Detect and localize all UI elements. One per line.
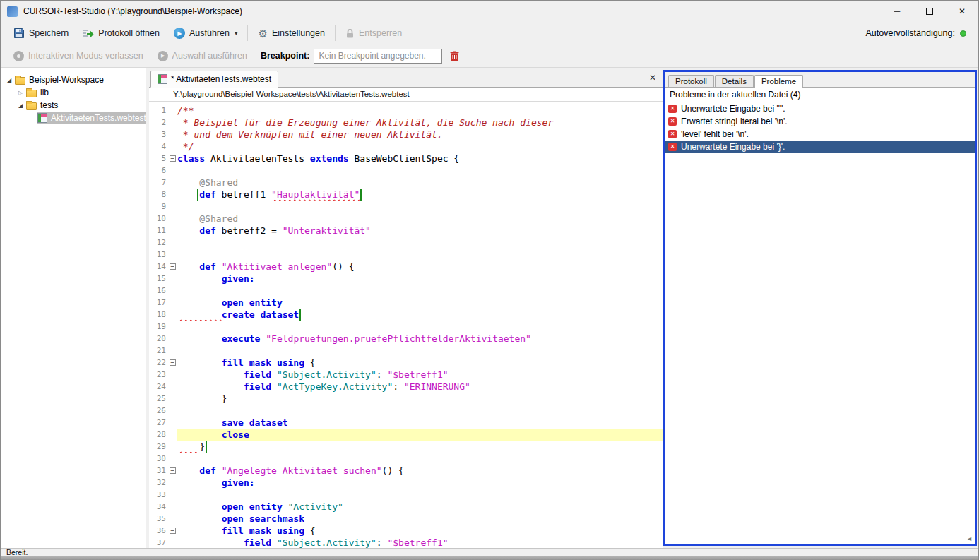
line-number: 31: [149, 465, 167, 477]
code-line-24[interactable]: 24 field "ActTypeKey.Activity": "ERINNER…: [149, 381, 663, 393]
editor-close-button[interactable]: ✕: [649, 73, 656, 83]
code-line-26[interactable]: 26: [149, 405, 663, 417]
code-line-22[interactable]: 22− fill mask using {: [149, 357, 663, 369]
code-line-32[interactable]: 32 given:: [149, 477, 663, 489]
code-line-5[interactable]: 5−class AktivitaetenTests extends BaseWe…: [149, 153, 663, 165]
code-line-18[interactable]: 18 create dataset: [149, 309, 663, 321]
fold-marker-icon[interactable]: −: [167, 525, 177, 537]
problem-row[interactable]: ✕Erwartet stringLiteral bei '\n'.: [665, 115, 975, 128]
fold-marker-icon[interactable]: −: [167, 357, 177, 369]
code-line-17[interactable]: 17 open entity: [149, 297, 663, 309]
code-line-9[interactable]: 9: [149, 201, 663, 213]
problem-row[interactable]: ✕'level' fehlt bei '\n'.: [665, 128, 975, 141]
fold-marker-icon[interactable]: −: [167, 261, 177, 273]
code-line-25[interactable]: 25 }: [149, 393, 663, 405]
code-line-12[interactable]: 12: [149, 237, 663, 249]
editor-tabstrip: * AktivitaetenTests.webtest ✕: [149, 68, 663, 88]
code-token: [177, 357, 222, 368]
code-line-3[interactable]: 3 * und dem Verknüpfen mit einer neuen A…: [149, 129, 663, 141]
editor-tab[interactable]: * AktivitaetenTests.webtest: [150, 71, 278, 88]
problem-row[interactable]: ✕Unerwartete Eingabe bei '}'.: [665, 141, 975, 153]
folder-icon: [15, 77, 25, 85]
code-line-2[interactable]: 2 * Beispiel für die Erzeugung einer Akt…: [149, 117, 663, 129]
code-text: def "Aktitivaet anlegen"() {: [177, 261, 663, 273]
code-text: open searchmask: [177, 513, 663, 525]
code-line-28[interactable]: 28 close: [149, 429, 663, 441]
code-line-34[interactable]: 34 open entity "Activity": [149, 501, 663, 513]
line-number: 18: [149, 309, 167, 321]
code-line-20[interactable]: 20 execute "Feldpruefungen.pruefePflicht…: [149, 333, 663, 345]
chevron-down-icon[interactable]: ▾: [235, 30, 238, 37]
lock-icon: [345, 28, 355, 39]
fold-collapse-glyph: −: [170, 263, 176, 270]
save-button[interactable]: Speichern: [7, 25, 75, 42]
line-number: 10: [149, 213, 167, 225]
code-line-15[interactable]: 15 given:: [149, 273, 663, 285]
code-line-14[interactable]: 14− def "Aktitivaet anlegen"() {: [149, 261, 663, 273]
code-line-31[interactable]: 31− def "Angelegte Aktivitaet suchen"() …: [149, 465, 663, 477]
problem-row[interactable]: ✕Unerwartete Eingabe bei '"'.: [665, 102, 975, 115]
maximize-button[interactable]: [913, 1, 946, 22]
line-number: 5: [149, 153, 167, 165]
code-line-13[interactable]: 13: [149, 249, 663, 261]
scroll-left-arrow-icon[interactable]: ◄: [966, 535, 973, 542]
code-line-10[interactable]: 10 @Shared: [149, 213, 663, 225]
code-token: [271, 537, 277, 548]
code-line-21[interactable]: 21: [149, 345, 663, 357]
tab-details[interactable]: Details: [715, 75, 754, 87]
code-line-7[interactable]: 7 @Shared: [149, 177, 663, 189]
code-line-19[interactable]: 19: [149, 321, 663, 333]
run-button[interactable]: ▶ Ausführen ▾: [167, 25, 244, 42]
code-text: [177, 453, 663, 465]
close-button[interactable]: ✕: [946, 1, 978, 22]
tab-protokoll[interactable]: Protokoll: [668, 75, 714, 87]
code-line-4[interactable]: 4 */: [149, 141, 663, 153]
run-selection-button[interactable]: ▶ Auswahl ausführen: [151, 48, 254, 64]
code-line-1[interactable]: 1/**: [149, 105, 663, 117]
code-line-29[interactable]: 29 }: [149, 441, 663, 453]
minimize-button[interactable]: ─: [881, 1, 913, 22]
code-line-8[interactable]: 8 def betreff1 "Hauptaktivität": [149, 189, 663, 201]
code-token: }: [199, 441, 205, 452]
fold-marker-icon[interactable]: −: [167, 153, 177, 165]
folder-icon: [26, 90, 37, 97]
code-token: [216, 465, 222, 476]
code-token: {: [304, 357, 316, 368]
code-line-11[interactable]: 11 def betreff2 = "Unteraktivität": [149, 225, 663, 237]
toolbar-separator: [335, 25, 336, 41]
interactive-mode-icon: [13, 51, 24, 61]
tree-item-beispiel-workspace[interactable]: ◢Beispiel-Workspace: [1, 73, 146, 86]
leave-interactive-mode-button[interactable]: Interaktiven Modus verlassen: [7, 48, 150, 64]
open-protocol-button[interactable]: Protokoll öffnen: [76, 25, 166, 42]
tree-collapsed-icon[interactable]: ▷: [16, 90, 25, 96]
code-token: def: [199, 261, 215, 272]
code-line-33[interactable]: 33: [149, 489, 663, 501]
tab-probleme[interactable]: Probleme: [754, 75, 803, 88]
settings-button[interactable]: ⚙ Einstellungen: [251, 25, 331, 42]
code-line-16[interactable]: 16: [149, 285, 663, 297]
code-line-35[interactable]: 35 open searchmask: [149, 513, 663, 525]
tree-item-aktivitaetentests-webtest[interactable]: AktivitaetenTests.webtest: [1, 112, 146, 124]
fold-gutter: [167, 321, 177, 333]
code-line-27[interactable]: 27 save dataset: [149, 417, 663, 429]
unlock-button[interactable]: Entsperren: [339, 25, 408, 42]
tree-item-lib[interactable]: ▷lib: [1, 86, 146, 99]
code-line-6[interactable]: 6: [149, 165, 663, 177]
code-token: "Feldpruefungen.pruefePflichtfelderAktiv…: [266, 333, 531, 344]
tree-expanded-icon[interactable]: ◢: [16, 102, 25, 109]
code-line-37[interactable]: 37 field "Subject.Activity": "$betreff1": [149, 537, 663, 548]
error-icon: ✕: [668, 130, 677, 138]
code-text: field "Subject.Activity": "$betreff1": [177, 537, 663, 548]
code-line-23[interactable]: 23 field "Subject.Activity": "$betreff1": [149, 369, 663, 381]
delete-breakpoint-button[interactable]: [450, 51, 459, 61]
code-line-36[interactable]: 36− fill mask using {: [149, 525, 663, 537]
line-number: 3: [149, 129, 167, 141]
breakpoint-input[interactable]: [314, 49, 442, 64]
code-token: def: [199, 225, 215, 236]
code-token: [177, 429, 222, 440]
tree-expanded-icon[interactable]: ◢: [4, 77, 14, 83]
tree-item-tests[interactable]: ◢tests: [1, 99, 146, 112]
fold-marker-icon[interactable]: −: [167, 465, 177, 477]
code-text: def betreff2 = "Unteraktivität": [177, 225, 663, 237]
code-line-30[interactable]: 30: [149, 453, 663, 465]
